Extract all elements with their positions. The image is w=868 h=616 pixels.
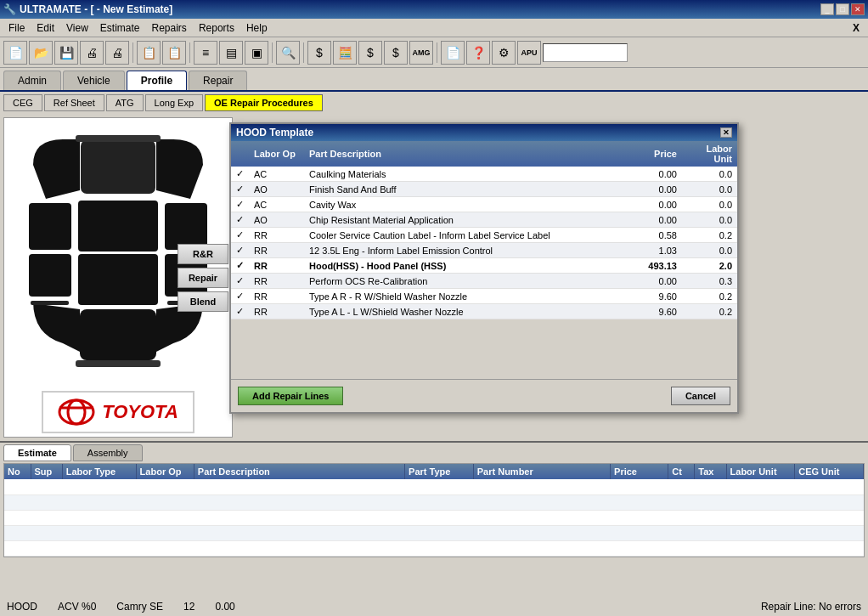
tab-estimate[interactable]: Estimate <box>3 444 71 461</box>
bottom-tabs: Estimate Assembly <box>0 443 868 463</box>
doc-btn[interactable]: 📄 <box>441 41 465 65</box>
apu-btn[interactable]: APU <box>517 41 541 65</box>
new-button[interactable]: 📄 <box>3 41 27 65</box>
row-labor-unit-5: 0.0 <box>682 243 737 258</box>
tab-admin[interactable]: Admin <box>3 71 61 90</box>
subtab-atg[interactable]: ATG <box>106 94 144 111</box>
search-btn[interactable]: 🔍 <box>276 41 300 65</box>
roof-part[interactable] <box>78 254 158 305</box>
print-button[interactable]: 🖨 <box>80 41 104 65</box>
menu-edit[interactable]: Edit <box>31 20 59 36</box>
dialog-row-1[interactable]: ✓ AO Finish Sand And Buff 0.00 0.0 <box>231 182 737 197</box>
row-check-5[interactable]: ✓ <box>231 243 249 258</box>
col-description: Part Description <box>304 141 631 167</box>
right-fender-top[interactable] <box>156 139 203 199</box>
tb-btn5[interactable]: ▣ <box>245 41 268 65</box>
cancel-button[interactable]: Cancel <box>671 387 730 405</box>
empty-row-2 <box>4 494 864 510</box>
menu-help[interactable]: Help <box>241 20 273 36</box>
subtab-oe-repair[interactable]: OE Repair Procedures <box>205 94 323 111</box>
tb-btn3[interactable]: ≡ <box>194 41 217 65</box>
row-check-9[interactable]: ✓ <box>231 304 249 319</box>
repair-button[interactable]: Repair <box>178 268 228 288</box>
left-fender-top[interactable] <box>33 139 80 199</box>
print2-button[interactable]: 🖨 <box>105 41 129 65</box>
left-rear-quarter[interactable] <box>33 301 80 352</box>
subtab-longexp[interactable]: Long Exp <box>145 94 203 111</box>
subtab-refsheet[interactable]: Ref Sheet <box>44 94 104 111</box>
row-labor-unit-6: 2.0 <box>682 258 737 274</box>
toolbar-search-input[interactable] <box>543 43 628 62</box>
menu-view[interactable]: View <box>61 20 93 36</box>
rr-button[interactable]: R&R <box>178 244 228 264</box>
dialog-row-2[interactable]: ✓ AC Cavity Wax 0.00 0.0 <box>231 197 737 212</box>
rear-bumper[interactable] <box>76 360 161 367</box>
left-door-lower[interactable] <box>29 254 71 297</box>
blend-button[interactable]: Blend <box>178 291 228 312</box>
dialog-row-4[interactable]: ✓ RR Cooler Service Caution Label - Info… <box>231 228 737 243</box>
subtab-ceg[interactable]: CEG <box>3 94 42 111</box>
dialog-row-5[interactable]: ✓ RR 12 3.5L Eng - Inform Label Emission… <box>231 243 737 258</box>
dialog-row-0[interactable]: ✓ AC Caulking Materials 0.00 0.0 <box>231 167 737 182</box>
dollar-btn[interactable]: $ <box>307 41 331 65</box>
row-check-3[interactable]: ✓ <box>231 212 249 228</box>
left-door-upper[interactable] <box>29 203 71 250</box>
col-labor-op2: Labor Op <box>136 464 194 479</box>
toolbar: 📄 📂 💾 🖨 🖨 📋 📋 ≡ ▤ ▣ 🔍 $ 🧮 $ $ AMG 📄 ❓ ⚙ … <box>0 37 868 68</box>
row-desc-4: Cooler Service Caution Label - Inform La… <box>304 228 631 243</box>
menu-repairs[interactable]: Repairs <box>147 20 192 36</box>
dialog-row-6[interactable]: ✓ RR Hood(HSS) - Hood Panel (HSS) 493.13… <box>231 258 737 274</box>
menu-reports[interactable]: Reports <box>194 20 240 36</box>
tb-btn1[interactable]: 📋 <box>137 41 161 65</box>
row-check-6[interactable]: ✓ <box>231 258 249 274</box>
dollar3-btn[interactable]: $ <box>384 41 408 65</box>
hood-part[interactable] <box>80 139 156 195</box>
row-check-4[interactable]: ✓ <box>231 228 249 243</box>
status-num: 12 <box>183 601 194 613</box>
tb-btn4[interactable]: ▤ <box>219 41 243 65</box>
open-button[interactable]: 📂 <box>29 41 53 65</box>
dialog-table-wrapper: Labor Op Part Description Price Labor Un… <box>231 141 737 379</box>
row-labor-unit-3: 0.0 <box>682 212 737 228</box>
app-close-button[interactable]: X <box>848 20 865 36</box>
tab-assembly[interactable]: Assembly <box>73 444 143 461</box>
row-price-9: 9.60 <box>631 304 682 319</box>
row-labor-op-6: RR <box>249 258 304 274</box>
row-price-5: 1.03 <box>631 243 682 258</box>
row-check-0[interactable]: ✓ <box>231 167 249 182</box>
row-check-2[interactable]: ✓ <box>231 197 249 212</box>
settings-btn[interactable]: ⚙ <box>492 41 516 65</box>
minimize-button[interactable]: _ <box>820 3 834 15</box>
windshield[interactable] <box>78 201 158 251</box>
tab-repair[interactable]: Repair <box>189 71 247 90</box>
calc-btn[interactable]: 🧮 <box>333 41 357 65</box>
menu-estimate[interactable]: Estimate <box>95 20 145 36</box>
add-repair-lines-button[interactable]: Add Repair Lines <box>238 387 343 405</box>
col-ct: Ct <box>668 464 695 479</box>
dialog-row-7[interactable]: ✓ RR Perform OCS Re-Calibration 0.00 0.3 <box>231 274 737 289</box>
row-check-8[interactable]: ✓ <box>231 289 249 304</box>
trunk-part[interactable] <box>80 309 156 360</box>
menu-file[interactable]: File <box>3 20 30 36</box>
help-btn[interactable]: ❓ <box>466 41 490 65</box>
dialog-row-9[interactable]: ✓ RR Type A L - L W/Shield Washer Nozzle… <box>231 304 737 319</box>
front-bumper[interactable] <box>76 135 161 142</box>
close-button[interactable]: ✕ <box>851 3 865 15</box>
dialog-row-3[interactable]: ✓ AO Chip Resistant Material Application… <box>231 212 737 228</box>
status-part: HOOD <box>7 601 37 613</box>
dialog-footer: Add Repair Lines Cancel <box>231 379 737 412</box>
tab-vehicle[interactable]: Vehicle <box>63 71 125 90</box>
tb-btn2[interactable]: 📋 <box>162 41 186 65</box>
window-controls[interactable]: _ □ ✕ <box>820 3 865 15</box>
tab-profile[interactable]: Profile <box>127 71 187 90</box>
left-rocker[interactable] <box>31 301 69 305</box>
maximize-button[interactable]: □ <box>836 3 849 15</box>
dialog-close-button[interactable]: ✕ <box>720 127 732 138</box>
save-button[interactable]: 💾 <box>54 41 78 65</box>
row-check-1[interactable]: ✓ <box>231 182 249 197</box>
row-check-7[interactable]: ✓ <box>231 274 249 289</box>
amg-btn[interactable]: AMG <box>409 41 433 65</box>
empty-row-5 <box>4 540 864 556</box>
dialog-row-8[interactable]: ✓ RR Type A R - R W/Shield Washer Nozzle… <box>231 289 737 304</box>
dollar2-btn[interactable]: $ <box>358 41 382 65</box>
